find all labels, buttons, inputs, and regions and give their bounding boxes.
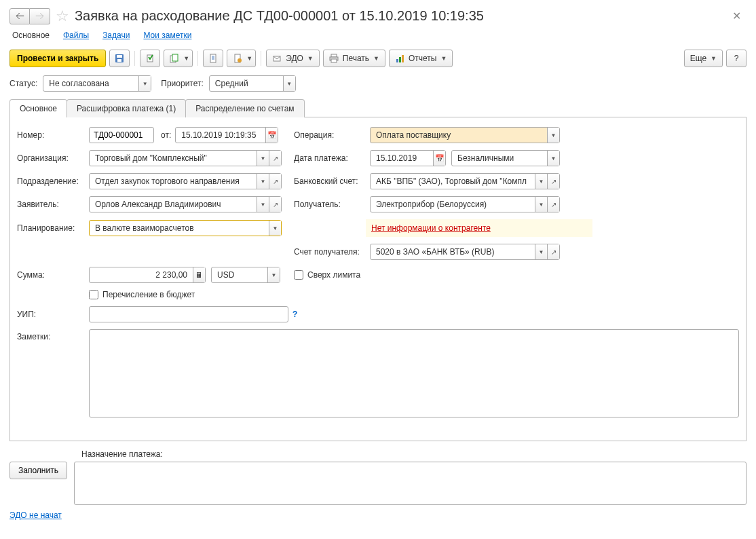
page-title: Заявка на расходование ДС ТД00-000001 от… (75, 8, 727, 24)
calculator-icon[interactable]: 🖩 (193, 267, 205, 282)
svg-rect-18 (402, 55, 404, 62)
nav-back[interactable]: 🡠 (10, 8, 30, 24)
notes-label: Заметки: (17, 329, 89, 341)
operation-select[interactable]: Оплата поставщику▼ (370, 127, 560, 143)
notes-textarea[interactable] (89, 329, 739, 417)
planning-label: Планирование: (17, 223, 89, 233)
open-icon[interactable]: ↗ (269, 174, 281, 189)
applicant-select[interactable]: Орлов Александр Владимирович▼↗ (89, 196, 282, 212)
svg-rect-16 (396, 59, 398, 62)
counterparty-warning-link[interactable]: Нет информации о контрагенте (366, 219, 496, 237)
sum-input[interactable]: 2 230,00🖩 (89, 267, 206, 283)
chevron-down-icon: ▼ (246, 55, 252, 62)
edo-status-link[interactable]: ЭДО не начат (10, 510, 62, 520)
edo-button[interactable]: ЭДО▼ (266, 50, 320, 67)
tab-accounts[interactable]: Распределение по счетам (185, 99, 304, 117)
svg-rect-5 (172, 54, 178, 61)
chevron-down-icon[interactable]: ▼ (547, 151, 559, 166)
chevron-down-icon[interactable]: ▼ (257, 197, 269, 212)
svg-rect-15 (331, 59, 337, 62)
calendar-icon[interactable]: 📅 (433, 151, 445, 166)
settings-dropdown-button[interactable]: ▼ (227, 50, 256, 67)
chevron-down-icon: ▼ (183, 55, 189, 62)
applicant-label: Заявитель: (17, 200, 89, 209)
priority-select[interactable]: Средний▼ (209, 75, 296, 92)
help-button[interactable]: ? (726, 50, 746, 67)
recacc-select[interactable]: 5020 в ЗАО «БАНК ВТБ» (RUB)▼↗ (370, 244, 560, 260)
planning-select[interactable]: В валюте взаиморасчетов▼ (89, 220, 282, 236)
recacc-label: Счет получателя: (294, 247, 366, 257)
nav-forward[interactable]: 🡢 (30, 8, 50, 24)
chevron-down-icon: ▼ (373, 55, 379, 62)
svg-rect-13 (331, 54, 337, 57)
chevron-down-icon[interactable]: ▼ (257, 174, 269, 189)
open-icon[interactable]: ↗ (269, 151, 281, 166)
status-select[interactable]: Не согласована▼ (43, 75, 151, 92)
date-input[interactable]: 15.10.2019 10:19:35📅 (175, 127, 278, 143)
toptab-main[interactable]: Основное (12, 31, 50, 40)
document-button[interactable] (203, 50, 223, 67)
number-label: Номер: (17, 130, 89, 140)
tab-breakdown[interactable]: Расшифровка платежа (1) (67, 99, 186, 117)
chevron-down-icon[interactable]: ▼ (283, 76, 295, 91)
chevron-down-icon: ▼ (307, 55, 314, 62)
status-label: Статус: (10, 79, 37, 88)
favorite-star-icon[interactable]: ☆ (56, 7, 69, 25)
chevron-down-icon: ▼ (440, 55, 447, 62)
dept-select[interactable]: Отдел закупок торгового направления▼↗ (89, 173, 282, 189)
number-input[interactable] (89, 127, 154, 143)
priority-label: Приоритет: (161, 79, 204, 88)
chevron-down-icon[interactable]: ▼ (547, 128, 559, 143)
recipient-label: Получатель: (294, 200, 366, 209)
purpose-textarea[interactable] (74, 462, 746, 505)
operation-label: Операция: (294, 130, 366, 140)
svg-rect-2 (117, 59, 121, 62)
fill-button[interactable]: Заполнить (10, 462, 67, 479)
sum-label: Сумма: (17, 270, 89, 280)
chevron-down-icon[interactable]: ▼ (267, 267, 280, 282)
chevron-down-icon: ▼ (711, 55, 717, 62)
toptab-tasks[interactable]: Задачи (102, 31, 130, 40)
close-icon[interactable]: ✕ (727, 7, 746, 25)
budget-checkbox[interactable]: Перечисление в бюджет (89, 290, 195, 299)
dept-label: Подразделение: (17, 176, 89, 186)
paytype-select[interactable]: Безналичными▼ (451, 150, 560, 166)
chevron-down-icon[interactable]: ▼ (257, 151, 269, 166)
chevron-down-icon[interactable]: ▼ (535, 174, 547, 189)
uip-help-icon[interactable]: ? (292, 310, 297, 319)
tab-main[interactable]: Основное (10, 99, 67, 117)
toptab-files[interactable]: Файлы (63, 31, 89, 40)
post-close-button[interactable]: Провести и закрыть (10, 50, 106, 67)
copy-dropdown-button[interactable]: ▼ (164, 50, 193, 67)
svg-point-11 (238, 58, 242, 62)
more-button[interactable]: Еще▼ (684, 50, 723, 67)
from-label: от: (161, 130, 171, 140)
post-button[interactable] (140, 50, 160, 67)
reports-button[interactable]: Отчеты▼ (389, 50, 453, 67)
paydate-label: Дата платежа: (294, 153, 366, 163)
open-icon[interactable]: ↗ (269, 197, 281, 212)
toptab-notes[interactable]: Мои заметки (143, 31, 191, 40)
uip-input[interactable] (89, 306, 288, 322)
calendar-icon[interactable]: 📅 (265, 128, 278, 143)
chevron-down-icon[interactable]: ▼ (269, 221, 281, 236)
chevron-down-icon[interactable]: ▼ (535, 244, 547, 259)
open-icon[interactable]: ↗ (547, 244, 559, 259)
open-icon[interactable]: ↗ (547, 197, 559, 212)
uip-label: УИП: (17, 310, 89, 319)
org-select[interactable]: Торговый дом "Комплексный"▼↗ (89, 150, 282, 166)
chevron-down-icon[interactable]: ▼ (535, 197, 547, 212)
bank-select[interactable]: АКБ "ВПБ" (ЗАО), Торговый дом "Компл▼↗ (370, 173, 560, 189)
overlimit-checkbox[interactable]: Сверх лимита (294, 270, 360, 280)
print-button[interactable]: Печать▼ (323, 50, 385, 67)
chevron-down-icon[interactable]: ▼ (138, 76, 151, 91)
org-label: Организация: (17, 153, 89, 163)
svg-rect-1 (117, 55, 122, 58)
save-button[interactable] (109, 50, 130, 67)
open-icon[interactable]: ↗ (547, 174, 559, 189)
currency-select[interactable]: USD▼ (211, 267, 280, 283)
svg-rect-17 (399, 57, 401, 62)
bank-label: Банковский счет: (294, 176, 366, 186)
paydate-input[interactable]: 15.10.2019📅 (370, 150, 446, 166)
recipient-select[interactable]: Электроприбор (Белоруссия)▼↗ (370, 196, 560, 212)
